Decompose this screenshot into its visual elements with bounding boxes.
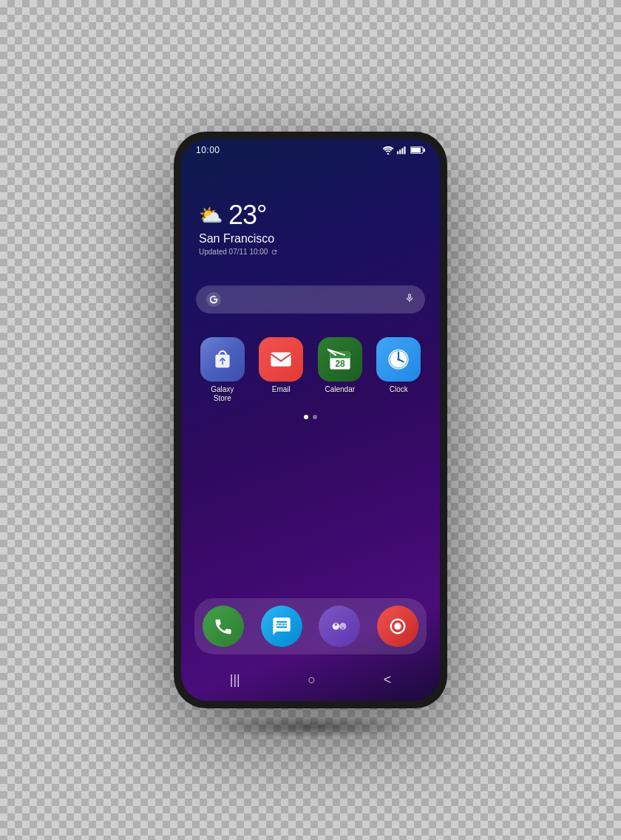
refresh-icon xyxy=(271,248,278,256)
dock-bixby[interactable] xyxy=(319,606,360,647)
dock-social[interactable] xyxy=(377,606,418,647)
svg-rect-1 xyxy=(397,151,398,154)
svg-point-27 xyxy=(342,627,345,630)
email-label: Email xyxy=(272,385,291,394)
galaxy-store-icon xyxy=(200,337,245,382)
svg-rect-6 xyxy=(411,148,421,152)
phone-frame: 10:00 xyxy=(174,132,447,708)
phone-mockup: 10:00 xyxy=(174,132,447,708)
weather-widget: ⛅ 23° San Francisco Updated 07/11 10:00 xyxy=(189,155,432,268)
mic-icon[interactable] xyxy=(404,291,415,308)
screen-content: ⛅ 23° San Francisco Updated 07/11 10:00 xyxy=(181,155,440,663)
nav-bar: ||| ○ < xyxy=(181,663,440,701)
search-bar-container xyxy=(189,268,432,325)
search-bar[interactable] xyxy=(196,285,425,314)
svg-point-0 xyxy=(387,153,390,155)
weather-city: San Francisco xyxy=(199,232,422,245)
app-item-calendar[interactable]: 28 Calendar xyxy=(318,337,362,403)
app-grid: GalaxyStore Email xyxy=(189,325,432,409)
phone-shadow xyxy=(207,716,414,738)
app-item-clock[interactable]: Clock xyxy=(376,337,421,403)
weather-updated: Updated 07/11 10:00 xyxy=(199,248,422,256)
weather-row: ⛅ 23° xyxy=(199,200,422,231)
wifi-signal-icon xyxy=(382,146,394,155)
svg-point-22 xyxy=(280,624,282,626)
svg-rect-9 xyxy=(271,352,291,366)
weather-temperature: 23° xyxy=(228,200,266,231)
dock-messages[interactable] xyxy=(261,606,302,647)
galaxy-store-label: GalaxyStore xyxy=(211,385,234,403)
battery-icon xyxy=(410,146,425,155)
bixby-icon xyxy=(319,606,360,647)
email-icon xyxy=(259,337,303,382)
svg-point-23 xyxy=(284,624,286,626)
dock-phone[interactable] xyxy=(203,606,244,647)
calendar-icon: 28 xyxy=(318,337,362,382)
svg-point-20 xyxy=(398,358,400,360)
status-bar: 10:00 xyxy=(181,139,440,155)
dock xyxy=(194,598,427,654)
clock-icon xyxy=(376,337,421,382)
back-button[interactable]: < xyxy=(372,669,404,691)
messages-icon xyxy=(261,606,302,647)
weather-icon: ⛅ xyxy=(199,204,223,227)
clock-label: Clock xyxy=(390,385,408,394)
network-bars-icon xyxy=(397,146,407,155)
calendar-label: Calendar xyxy=(325,385,355,394)
phone-call-icon xyxy=(203,606,244,647)
page-dot-2[interactable] xyxy=(313,415,317,419)
svg-point-26 xyxy=(335,623,338,626)
svg-rect-2 xyxy=(399,149,401,154)
recents-button[interactable]: ||| xyxy=(218,669,252,691)
svg-point-21 xyxy=(277,624,279,626)
page-dot-1[interactable] xyxy=(304,415,308,419)
page-indicators xyxy=(189,409,432,425)
status-icons xyxy=(382,146,425,155)
google-logo xyxy=(206,292,221,307)
svg-rect-7 xyxy=(424,149,425,152)
home-button[interactable]: ○ xyxy=(296,669,328,691)
app-item-galaxy-store[interactable]: GalaxyStore xyxy=(200,337,245,403)
social-icon xyxy=(377,606,418,647)
status-time: 10:00 xyxy=(196,145,220,155)
svg-text:28: 28 xyxy=(335,359,345,369)
phone-screen: 10:00 xyxy=(181,139,440,701)
app-item-email[interactable]: Email xyxy=(259,337,303,403)
svg-rect-4 xyxy=(404,146,405,155)
svg-point-29 xyxy=(394,623,401,629)
svg-rect-3 xyxy=(401,148,403,154)
svg-rect-12 xyxy=(330,356,350,358)
